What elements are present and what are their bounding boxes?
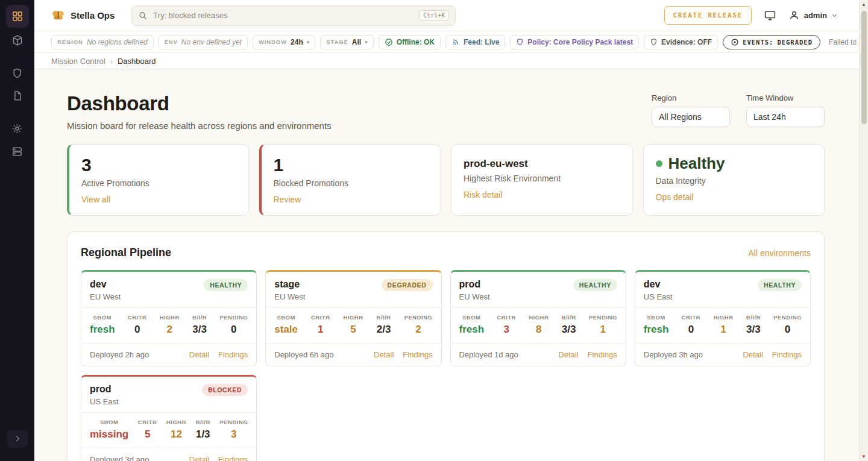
stat-value: 3 <box>81 155 236 175</box>
environment-region: EU West <box>459 292 490 301</box>
metric-highr-value: 5 <box>350 324 356 335</box>
stat-link[interactable]: Review <box>274 195 301 204</box>
metric-critr-value: 3 <box>503 324 509 335</box>
events-status-pill[interactable]: EVENTS: DEGRADED <box>723 35 820 49</box>
page-title: Dashboard <box>67 92 332 115</box>
detail-link[interactable]: Detail <box>743 350 763 359</box>
window-chip-label: WINDOW <box>259 39 287 45</box>
metric-pending-value: 3 <box>231 428 236 440</box>
offline-status-chip: Offline: OK <box>379 35 441 49</box>
shield-icon <box>11 67 23 79</box>
metric-critr-label: CRITR <box>311 314 330 321</box>
window-chip-value: 24h <box>291 38 303 46</box>
metric-pending-label: PENDING <box>219 314 248 321</box>
window-context-dropdown[interactable]: WINDOW 24h ▾ <box>253 35 315 49</box>
chevron-right-icon <box>13 434 22 443</box>
app-brand: Stella Ops <box>51 8 115 22</box>
metric-critr-label: CRITR <box>128 314 147 321</box>
stage-chip-label: STAGE <box>326 39 348 45</box>
stat-link[interactable]: View all <box>81 195 110 204</box>
sidebar-item-documents[interactable] <box>6 86 29 106</box>
pipeline-card: dev US East HEALTHY SBOM fresh CRITR <box>635 270 811 366</box>
region-filter-select[interactable]: All Regions <box>652 107 730 127</box>
region-context-chip[interactable]: REGION No regions defined <box>51 35 154 49</box>
environment-name: prod <box>459 279 490 290</box>
stat-link[interactable]: Risk detail <box>464 190 503 199</box>
stat-card: 1 Blocked Promotions Review <box>259 144 441 216</box>
sidebar-expand-button[interactable] <box>7 430 28 448</box>
detail-link[interactable]: Detail <box>558 350 578 359</box>
metric-highr-label: HIGHR <box>343 314 363 321</box>
metric-highr-label: HIGHR <box>166 419 186 425</box>
events-value: DEGRADED <box>777 39 813 46</box>
chevron-down-icon: ▾ <box>307 39 310 45</box>
sidebar-item-releases[interactable] <box>6 30 29 51</box>
offline-status-text: Offline: OK <box>397 38 435 46</box>
env-context-chip[interactable]: ENV No env defined yet <box>159 35 248 49</box>
sidebar-item-infrastructure[interactable] <box>6 141 29 162</box>
metric-critr: CRITR 0 <box>128 314 147 336</box>
all-environments-link[interactable]: All environments <box>749 248 811 258</box>
scrollbar-thumb[interactable] <box>861 11 867 124</box>
sidebar-item-security[interactable] <box>6 63 29 83</box>
findings-link[interactable]: Findings <box>588 350 617 359</box>
metric-pending: PENDING 1 <box>589 314 617 336</box>
metric-highr-value: 2 <box>166 324 172 335</box>
sidebar-item-dashboard[interactable] <box>6 5 29 28</box>
top-bar: Stella Ops Ctrl+K CREATE RELEASE admin <box>34 0 868 31</box>
metric-pending-label: PENDING <box>773 314 802 321</box>
pipeline-grid: dev EU West HEALTHY SBOM fresh CRITR <box>81 270 811 461</box>
feed-status-text: Feed: Live <box>464 38 499 46</box>
detail-link[interactable]: Detail <box>189 455 209 461</box>
metric-pending-value: 2 <box>415 324 421 335</box>
stat-link[interactable]: Ops detail <box>656 192 694 202</box>
main-content: Dashboard Mission board for release heal… <box>34 69 868 461</box>
scroll-up-arrow[interactable]: ▲ <box>861 0 866 9</box>
create-release-button[interactable]: CREATE RELEASE <box>664 6 752 25</box>
time-window-filter-select[interactable]: Last 24h <box>746 107 825 127</box>
stage-context-dropdown[interactable]: STAGE All ▾ <box>320 35 373 49</box>
display-mode-button[interactable] <box>764 9 776 22</box>
stat-value: Healthy <box>656 155 813 172</box>
metric-bir: B/I/R 2/3 <box>377 314 391 336</box>
metric-sbom: SBOM fresh <box>644 314 669 336</box>
metric-highr: HIGHR 8 <box>529 314 549 336</box>
detail-link[interactable]: Detail <box>374 350 394 359</box>
findings-link[interactable]: Findings <box>218 455 248 461</box>
package-icon <box>11 34 24 46</box>
findings-link[interactable]: Findings <box>772 350 802 359</box>
metric-bir-value: 3/3 <box>562 324 576 335</box>
metric-sbom: SBOM missing <box>90 419 128 441</box>
target-dot-icon <box>731 38 739 46</box>
breadcrumb-mission-control[interactable]: Mission Control <box>51 57 105 66</box>
sidebar-item-settings[interactable] <box>6 118 29 139</box>
server-icon <box>11 146 23 157</box>
scroll-down-arrow[interactable]: ▼ <box>861 452 866 461</box>
metric-bir-value: 1/3 <box>196 428 210 440</box>
metric-highr-value: 12 <box>171 428 182 440</box>
metric-bir: B/I/R 3/3 <box>192 314 207 336</box>
findings-link[interactable]: Findings <box>218 350 248 359</box>
stat-label: Active Promotions <box>81 178 236 188</box>
health-dot-icon <box>656 160 662 167</box>
metric-sbom-value: stale <box>274 324 298 335</box>
findings-link[interactable]: Findings <box>403 350 432 359</box>
pipeline-card: prod US East BLOCKED SBOM missing CR <box>81 375 257 461</box>
detail-link[interactable]: Detail <box>189 350 209 359</box>
deployed-timestamp: Deployed 6h ago <box>274 350 333 359</box>
stat-label: Highest Risk Environment <box>464 174 620 183</box>
metric-highr: HIGHR 12 <box>166 419 186 441</box>
metric-bir-value: 3/3 <box>746 324 761 335</box>
metric-bir: B/I/R 1/3 <box>196 419 210 441</box>
page-subtitle: Mission board for release health across … <box>67 121 332 131</box>
search-input[interactable] <box>153 11 414 20</box>
user-menu[interactable]: admin <box>788 10 838 21</box>
metric-sbom: SBOM stale <box>274 314 298 336</box>
metric-bir-value: 2/3 <box>377 324 391 335</box>
stat-value: 1 <box>274 155 429 175</box>
policy-status-chip[interactable]: Policy: Core Policy Pack latest <box>510 35 639 49</box>
global-search[interactable]: Ctrl+K <box>131 5 456 26</box>
deployed-timestamp: Deployed 1d ago <box>459 350 518 359</box>
pipeline-card: prod EU West HEALTHY SBOM fresh CRIT <box>450 270 626 366</box>
metric-pending: PENDING 0 <box>773 314 802 336</box>
